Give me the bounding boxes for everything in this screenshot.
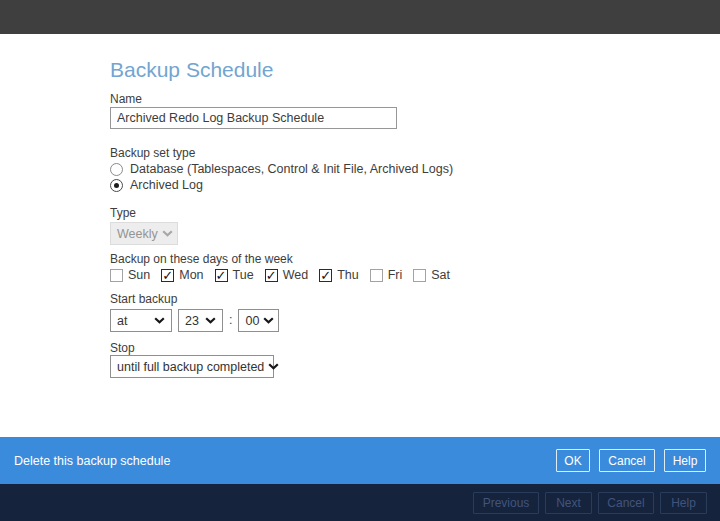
backup-schedule-form: Backup Schedule Name Backup set type Dat… xyxy=(110,34,630,378)
name-label: Name xyxy=(110,92,630,106)
start-hour-select[interactable]: 23 xyxy=(178,309,223,332)
checkbox-mon-label: Mon xyxy=(179,268,203,282)
type-select-value: Weekly xyxy=(117,227,158,241)
ok-button[interactable]: OK xyxy=(556,449,590,472)
radio-option-database-label: Database (Tablespaces, Control & Init Fi… xyxy=(130,162,453,177)
time-separator: : xyxy=(229,313,232,327)
checkbox-icon[interactable] xyxy=(110,269,123,282)
checkbox-tue[interactable]: Tue xyxy=(215,268,254,282)
checkbox-icon[interactable] xyxy=(265,269,278,282)
checkbox-wed-label: Wed xyxy=(283,268,308,282)
start-backup-row: at 23 : 00 xyxy=(110,307,630,332)
checkbox-sat-label: Sat xyxy=(431,268,450,282)
backup-set-type-label: Backup set type xyxy=(110,146,630,160)
start-minute-select[interactable]: 00 xyxy=(238,309,279,332)
checkbox-mon[interactable]: Mon xyxy=(161,268,203,282)
checkbox-icon[interactable] xyxy=(319,269,332,282)
radio-checked-icon[interactable] xyxy=(110,179,123,192)
checkbox-sat[interactable]: Sat xyxy=(413,268,450,282)
help-button[interactable]: Help xyxy=(664,449,706,472)
checkbox-sun-label: Sun xyxy=(128,268,150,282)
checkbox-fri-label: Fri xyxy=(388,268,403,282)
page-title: Backup Schedule xyxy=(110,58,630,82)
type-label: Type xyxy=(110,206,630,220)
previous-button: Previous xyxy=(473,492,539,514)
start-minute-select-value: 00 xyxy=(245,314,259,328)
checkbox-sun[interactable]: Sun xyxy=(110,268,150,282)
checkbox-thu-label: Thu xyxy=(337,268,359,282)
checkbox-icon[interactable] xyxy=(215,269,228,282)
start-hour-select-value: 23 xyxy=(185,314,199,328)
checkbox-icon[interactable] xyxy=(413,269,426,282)
chevron-down-icon xyxy=(162,230,173,237)
cancel-button[interactable]: Cancel xyxy=(599,449,655,472)
checkbox-tue-label: Tue xyxy=(233,268,254,282)
wizard-cancel-button: Cancel xyxy=(598,492,654,514)
start-mode-select-value: at xyxy=(117,314,127,328)
start-mode-select[interactable]: at xyxy=(110,309,172,332)
chevron-down-icon xyxy=(154,317,165,324)
action-buttons: OK Cancel Help xyxy=(556,449,706,472)
days-checkbox-row: Sun Mon Tue Wed Thu Fri xyxy=(110,268,630,282)
wizard-help-button: Help xyxy=(660,492,707,514)
checkbox-icon[interactable] xyxy=(370,269,383,282)
checkbox-icon[interactable] xyxy=(161,269,174,282)
next-button: Next xyxy=(545,492,592,514)
type-select: Weekly xyxy=(110,222,178,245)
radio-unchecked-icon[interactable] xyxy=(110,163,123,176)
stop-label: Stop xyxy=(110,341,630,355)
top-bar xyxy=(0,0,720,34)
delete-schedule-link[interactable]: Delete this backup schedule xyxy=(14,454,170,468)
radio-option-archived-log-label: Archived Log xyxy=(130,178,203,193)
checkbox-wed[interactable]: Wed xyxy=(265,268,308,282)
checkbox-fri[interactable]: Fri xyxy=(370,268,403,282)
start-backup-label: Start backup xyxy=(110,292,630,306)
chevron-down-icon xyxy=(268,363,279,370)
radio-option-archived-log[interactable]: Archived Log xyxy=(110,178,630,193)
chevron-down-icon xyxy=(263,317,274,324)
stop-select[interactable]: until full backup completed xyxy=(110,355,274,378)
action-bar: Delete this backup schedule OK Cancel He… xyxy=(0,437,720,484)
stop-select-value: until full backup completed xyxy=(117,360,264,374)
days-of-week-label: Backup on these days of the week xyxy=(110,252,630,266)
backup-schedule-screen: Backup Schedule Name Backup set type Dat… xyxy=(0,0,720,521)
wizard-bar: Previous Next Cancel Help xyxy=(0,484,720,521)
checkbox-thu[interactable]: Thu xyxy=(319,268,359,282)
name-input[interactable] xyxy=(110,107,397,129)
radio-option-database[interactable]: Database (Tablespaces, Control & Init Fi… xyxy=(110,162,630,177)
chevron-down-icon xyxy=(205,317,216,324)
